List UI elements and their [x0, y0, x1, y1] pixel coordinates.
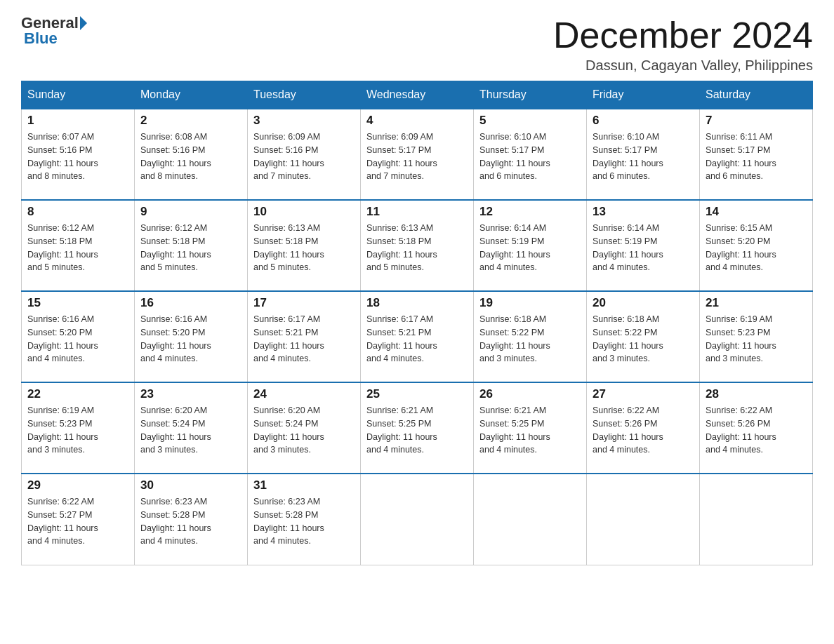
- calendar-cell: 26Sunrise: 6:21 AMSunset: 5:25 PMDayligh…: [474, 382, 587, 474]
- day-number: 31: [253, 478, 355, 492]
- day-info: Sunrise: 6:17 AMSunset: 5:21 PMDaylight:…: [253, 313, 355, 365]
- day-number: 27: [593, 387, 694, 401]
- weekday-header-wednesday: Wednesday: [361, 81, 474, 109]
- calendar-cell: 11Sunrise: 6:13 AMSunset: 5:18 PMDayligh…: [361, 200, 474, 291]
- calendar-cell: 16Sunrise: 6:16 AMSunset: 5:20 PMDayligh…: [135, 291, 248, 382]
- week-row-3: 15Sunrise: 6:16 AMSunset: 5:20 PMDayligh…: [22, 291, 813, 382]
- day-number: 29: [27, 478, 128, 492]
- day-number: 20: [593, 296, 694, 310]
- day-info: Sunrise: 6:16 AMSunset: 5:20 PMDaylight:…: [27, 313, 128, 365]
- day-info: Sunrise: 6:20 AMSunset: 5:24 PMDaylight:…: [140, 404, 241, 457]
- day-info: Sunrise: 6:16 AMSunset: 5:20 PMDaylight:…: [140, 313, 241, 365]
- day-info: Sunrise: 6:13 AMSunset: 5:18 PMDaylight:…: [253, 222, 355, 274]
- page-header: General Blue December 2024 Dassun, Cagay…: [21, 14, 813, 74]
- day-info: Sunrise: 6:10 AMSunset: 5:17 PMDaylight:…: [479, 130, 581, 183]
- day-number: 7: [706, 114, 807, 128]
- calendar-cell: 29Sunrise: 6:22 AMSunset: 5:27 PMDayligh…: [22, 474, 135, 565]
- calendar-cell: 4Sunrise: 6:09 AMSunset: 5:17 PMDaylight…: [361, 109, 474, 200]
- day-number: 24: [253, 387, 355, 401]
- day-info: Sunrise: 6:21 AMSunset: 5:25 PMDaylight:…: [366, 404, 468, 457]
- location-subtitle: Dassun, Cagayan Valley, Philippines: [553, 58, 813, 74]
- day-info: Sunrise: 6:08 AMSunset: 5:16 PMDaylight:…: [140, 130, 241, 183]
- day-number: 4: [366, 114, 468, 128]
- day-info: Sunrise: 6:07 AMSunset: 5:16 PMDaylight:…: [27, 130, 128, 183]
- day-number: 11: [366, 205, 468, 219]
- calendar-cell: 13Sunrise: 6:14 AMSunset: 5:19 PMDayligh…: [587, 200, 700, 291]
- day-info: Sunrise: 6:22 AMSunset: 5:26 PMDaylight:…: [593, 404, 694, 457]
- day-number: 6: [593, 114, 694, 128]
- day-number: 13: [593, 205, 694, 219]
- weekday-header-friday: Friday: [587, 81, 700, 109]
- calendar-cell: [700, 474, 813, 565]
- weekday-header-tuesday: Tuesday: [248, 81, 361, 109]
- logo-text-blue: Blue: [21, 29, 88, 48]
- day-info: Sunrise: 6:23 AMSunset: 5:28 PMDaylight:…: [253, 495, 355, 548]
- day-number: 8: [27, 205, 128, 219]
- calendar-cell: 1Sunrise: 6:07 AMSunset: 5:16 PMDaylight…: [22, 109, 135, 200]
- day-number: 9: [140, 205, 241, 219]
- calendar-cell: 6Sunrise: 6:10 AMSunset: 5:17 PMDaylight…: [587, 109, 700, 200]
- day-info: Sunrise: 6:10 AMSunset: 5:17 PMDaylight:…: [593, 130, 694, 183]
- day-number: 12: [479, 205, 581, 219]
- weekday-header-monday: Monday: [135, 81, 248, 109]
- day-number: 16: [140, 296, 241, 310]
- calendar-cell: 19Sunrise: 6:18 AMSunset: 5:22 PMDayligh…: [474, 291, 587, 382]
- day-info: Sunrise: 6:14 AMSunset: 5:19 PMDaylight:…: [479, 222, 581, 274]
- day-number: 30: [140, 478, 241, 492]
- calendar-cell: 18Sunrise: 6:17 AMSunset: 5:21 PMDayligh…: [361, 291, 474, 382]
- day-number: 25: [366, 387, 468, 401]
- calendar-cell: 20Sunrise: 6:18 AMSunset: 5:22 PMDayligh…: [587, 291, 700, 382]
- calendar-cell: 7Sunrise: 6:11 AMSunset: 5:17 PMDaylight…: [700, 109, 813, 200]
- day-info: Sunrise: 6:11 AMSunset: 5:17 PMDaylight:…: [706, 130, 807, 183]
- calendar-table: SundayMondayTuesdayWednesdayThursdayFrid…: [21, 81, 813, 565]
- week-row-1: 1Sunrise: 6:07 AMSunset: 5:16 PMDaylight…: [22, 109, 813, 200]
- weekday-header-row: SundayMondayTuesdayWednesdayThursdayFrid…: [22, 81, 813, 109]
- calendar-cell: 22Sunrise: 6:19 AMSunset: 5:23 PMDayligh…: [22, 382, 135, 474]
- calendar-cell: 27Sunrise: 6:22 AMSunset: 5:26 PMDayligh…: [587, 382, 700, 474]
- calendar-cell: 3Sunrise: 6:09 AMSunset: 5:16 PMDaylight…: [248, 109, 361, 200]
- calendar-cell: 23Sunrise: 6:20 AMSunset: 5:24 PMDayligh…: [135, 382, 248, 474]
- calendar-cell: [474, 474, 587, 565]
- day-info: Sunrise: 6:18 AMSunset: 5:22 PMDaylight:…: [593, 313, 694, 365]
- day-info: Sunrise: 6:12 AMSunset: 5:18 PMDaylight:…: [140, 222, 241, 274]
- day-info: Sunrise: 6:12 AMSunset: 5:18 PMDaylight:…: [27, 222, 128, 274]
- day-info: Sunrise: 6:09 AMSunset: 5:16 PMDaylight:…: [253, 130, 355, 183]
- day-number: 15: [27, 296, 128, 310]
- calendar-cell: [587, 474, 700, 565]
- day-info: Sunrise: 6:13 AMSunset: 5:18 PMDaylight:…: [366, 222, 468, 274]
- day-info: Sunrise: 6:22 AMSunset: 5:26 PMDaylight:…: [706, 404, 807, 457]
- day-info: Sunrise: 6:17 AMSunset: 5:21 PMDaylight:…: [366, 313, 468, 365]
- calendar-cell: 24Sunrise: 6:20 AMSunset: 5:24 PMDayligh…: [248, 382, 361, 474]
- calendar-cell: 9Sunrise: 6:12 AMSunset: 5:18 PMDaylight…: [135, 200, 248, 291]
- day-number: 10: [253, 205, 355, 219]
- main-title: December 2024: [553, 14, 813, 56]
- day-number: 3: [253, 114, 355, 128]
- day-number: 1: [27, 114, 128, 128]
- week-row-2: 8Sunrise: 6:12 AMSunset: 5:18 PMDaylight…: [22, 200, 813, 291]
- weekday-header-saturday: Saturday: [700, 81, 813, 109]
- calendar-cell: 15Sunrise: 6:16 AMSunset: 5:20 PMDayligh…: [22, 291, 135, 382]
- calendar-cell: 2Sunrise: 6:08 AMSunset: 5:16 PMDaylight…: [135, 109, 248, 200]
- calendar-cell: 8Sunrise: 6:12 AMSunset: 5:18 PMDaylight…: [22, 200, 135, 291]
- day-info: Sunrise: 6:19 AMSunset: 5:23 PMDaylight:…: [27, 404, 128, 457]
- calendar-cell: 10Sunrise: 6:13 AMSunset: 5:18 PMDayligh…: [248, 200, 361, 291]
- day-info: Sunrise: 6:09 AMSunset: 5:17 PMDaylight:…: [366, 130, 468, 183]
- day-number: 14: [706, 205, 807, 219]
- calendar-cell: 14Sunrise: 6:15 AMSunset: 5:20 PMDayligh…: [700, 200, 813, 291]
- day-number: 28: [706, 387, 807, 401]
- calendar-cell: [361, 474, 474, 565]
- day-number: 21: [706, 296, 807, 310]
- weekday-header-thursday: Thursday: [474, 81, 587, 109]
- day-number: 2: [140, 114, 241, 128]
- day-info: Sunrise: 6:20 AMSunset: 5:24 PMDaylight:…: [253, 404, 355, 457]
- logo-triangle-icon: [80, 16, 87, 30]
- day-info: Sunrise: 6:14 AMSunset: 5:19 PMDaylight:…: [593, 222, 694, 274]
- calendar-cell: 28Sunrise: 6:22 AMSunset: 5:26 PMDayligh…: [700, 382, 813, 474]
- day-info: Sunrise: 6:15 AMSunset: 5:20 PMDaylight:…: [706, 222, 807, 274]
- calendar-cell: 21Sunrise: 6:19 AMSunset: 5:23 PMDayligh…: [700, 291, 813, 382]
- calendar-cell: 30Sunrise: 6:23 AMSunset: 5:28 PMDayligh…: [135, 474, 248, 565]
- weekday-header-sunday: Sunday: [22, 81, 135, 109]
- week-row-5: 29Sunrise: 6:22 AMSunset: 5:27 PMDayligh…: [22, 474, 813, 565]
- logo: General Blue: [21, 14, 88, 48]
- calendar-cell: 25Sunrise: 6:21 AMSunset: 5:25 PMDayligh…: [361, 382, 474, 474]
